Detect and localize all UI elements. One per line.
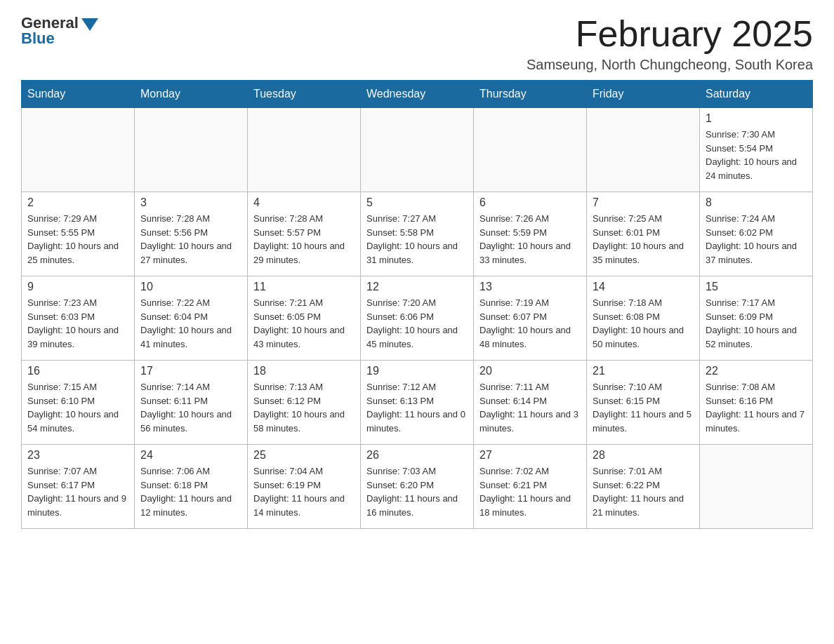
table-row: 8Sunrise: 7:24 AMSunset: 6:02 PMDaylight… [700, 192, 813, 276]
day-number: 15 [706, 281, 807, 293]
day-number: 22 [706, 365, 807, 377]
day-number: 5 [366, 196, 468, 209]
table-row: 7Sunrise: 7:25 AMSunset: 6:01 PMDaylight… [587, 192, 700, 276]
day-number: 6 [479, 196, 581, 209]
day-info: Sunrise: 7:13 AMSunset: 6:12 PMDaylight:… [253, 380, 355, 435]
day-number: 11 [253, 281, 355, 293]
table-row: 26Sunrise: 7:03 AMSunset: 6:20 PMDayligh… [361, 445, 474, 529]
header-wednesday: Wednesday [361, 81, 474, 108]
logo-blue-text: Blue [21, 29, 55, 48]
table-row: 18Sunrise: 7:13 AMSunset: 6:12 PMDayligh… [248, 361, 361, 445]
day-info: Sunrise: 7:21 AMSunset: 6:05 PMDaylight:… [253, 296, 355, 351]
logo: General Blue [21, 14, 98, 48]
day-info: Sunrise: 7:28 AMSunset: 5:56 PMDaylight:… [140, 212, 241, 267]
day-number: 7 [593, 196, 694, 209]
day-number: 14 [593, 281, 694, 293]
day-info: Sunrise: 7:20 AMSunset: 6:06 PMDaylight:… [366, 296, 468, 351]
calendar-week-row: 16Sunrise: 7:15 AMSunset: 6:10 PMDayligh… [22, 361, 813, 445]
logo-arrow-icon [81, 18, 98, 31]
calendar-header-row: Sunday Monday Tuesday Wednesday Thursday… [22, 81, 813, 108]
table-row: 13Sunrise: 7:19 AMSunset: 6:07 PMDayligh… [474, 276, 587, 361]
location-label: Samseung, North Chungcheong, South Korea [527, 57, 813, 73]
table-row [248, 108, 361, 192]
day-info: Sunrise: 7:15 AMSunset: 6:10 PMDaylight:… [27, 380, 128, 435]
table-row: 23Sunrise: 7:07 AMSunset: 6:17 PMDayligh… [22, 445, 135, 529]
day-info: Sunrise: 7:27 AMSunset: 5:58 PMDaylight:… [366, 212, 468, 267]
day-info: Sunrise: 7:10 AMSunset: 6:15 PMDaylight:… [593, 380, 694, 435]
header-friday: Friday [587, 81, 700, 108]
day-info: Sunrise: 7:06 AMSunset: 6:18 PMDaylight:… [140, 464, 241, 519]
table-row: 11Sunrise: 7:21 AMSunset: 6:05 PMDayligh… [248, 276, 361, 361]
day-info: Sunrise: 7:01 AMSunset: 6:22 PMDaylight:… [593, 464, 694, 519]
table-row [474, 108, 587, 192]
day-info: Sunrise: 7:12 AMSunset: 6:13 PMDaylight:… [366, 380, 468, 435]
day-number: 21 [593, 365, 694, 377]
header-sunday: Sunday [22, 81, 135, 108]
table-row: 25Sunrise: 7:04 AMSunset: 6:19 PMDayligh… [248, 445, 361, 529]
table-row: 3Sunrise: 7:28 AMSunset: 5:56 PMDaylight… [135, 192, 248, 276]
table-row [361, 108, 474, 192]
table-row: 2Sunrise: 7:29 AMSunset: 5:55 PMDaylight… [22, 192, 135, 276]
day-number: 18 [253, 365, 355, 377]
header-monday: Monday [135, 81, 248, 108]
day-number: 20 [479, 365, 581, 377]
day-number: 1 [706, 112, 807, 125]
day-info: Sunrise: 7:22 AMSunset: 6:04 PMDaylight:… [140, 296, 241, 351]
day-number: 3 [140, 196, 241, 209]
day-number: 8 [706, 196, 807, 209]
table-row: 19Sunrise: 7:12 AMSunset: 6:13 PMDayligh… [361, 361, 474, 445]
day-number: 28 [593, 449, 694, 462]
table-row: 22Sunrise: 7:08 AMSunset: 6:16 PMDayligh… [700, 361, 813, 445]
table-row: 17Sunrise: 7:14 AMSunset: 6:11 PMDayligh… [135, 361, 248, 445]
day-number: 25 [253, 449, 355, 462]
table-row: 4Sunrise: 7:28 AMSunset: 5:57 PMDaylight… [248, 192, 361, 276]
table-row: 9Sunrise: 7:23 AMSunset: 6:03 PMDaylight… [22, 276, 135, 361]
day-info: Sunrise: 7:23 AMSunset: 6:03 PMDaylight:… [27, 296, 128, 351]
day-number: 9 [27, 281, 128, 293]
calendar-week-row: 9Sunrise: 7:23 AMSunset: 6:03 PMDaylight… [22, 276, 813, 361]
table-row [135, 108, 248, 192]
table-row: 27Sunrise: 7:02 AMSunset: 6:21 PMDayligh… [474, 445, 587, 529]
table-row: 10Sunrise: 7:22 AMSunset: 6:04 PMDayligh… [135, 276, 248, 361]
day-info: Sunrise: 7:11 AMSunset: 6:14 PMDaylight:… [479, 380, 581, 435]
day-info: Sunrise: 7:19 AMSunset: 6:07 PMDaylight:… [479, 296, 581, 351]
table-row: 1Sunrise: 7:30 AMSunset: 5:54 PMDaylight… [700, 108, 813, 192]
day-info: Sunrise: 7:02 AMSunset: 6:21 PMDaylight:… [479, 464, 581, 519]
day-info: Sunrise: 7:24 AMSunset: 6:02 PMDaylight:… [706, 212, 807, 267]
day-info: Sunrise: 7:18 AMSunset: 6:08 PMDaylight:… [593, 296, 694, 351]
day-number: 13 [479, 281, 581, 293]
day-info: Sunrise: 7:30 AMSunset: 5:54 PMDaylight:… [706, 128, 807, 182]
day-number: 19 [366, 365, 468, 377]
table-row: 20Sunrise: 7:11 AMSunset: 6:14 PMDayligh… [474, 361, 587, 445]
day-info: Sunrise: 7:17 AMSunset: 6:09 PMDaylight:… [706, 296, 807, 351]
day-info: Sunrise: 7:25 AMSunset: 6:01 PMDaylight:… [593, 212, 694, 267]
day-info: Sunrise: 7:29 AMSunset: 5:55 PMDaylight:… [27, 212, 128, 267]
day-info: Sunrise: 7:28 AMSunset: 5:57 PMDaylight:… [253, 212, 355, 267]
header-thursday: Thursday [474, 81, 587, 108]
header-saturday: Saturday [700, 81, 813, 108]
day-number: 12 [366, 281, 468, 293]
page-header: General Blue February 2025 Samseung, Nor… [21, 14, 813, 73]
day-number: 17 [140, 365, 241, 377]
day-info: Sunrise: 7:04 AMSunset: 6:19 PMDaylight:… [253, 464, 355, 519]
table-row: 16Sunrise: 7:15 AMSunset: 6:10 PMDayligh… [22, 361, 135, 445]
table-row: 14Sunrise: 7:18 AMSunset: 6:08 PMDayligh… [587, 276, 700, 361]
calendar-week-row: 23Sunrise: 7:07 AMSunset: 6:17 PMDayligh… [22, 445, 813, 529]
day-number: 4 [253, 196, 355, 209]
calendar-week-row: 1Sunrise: 7:30 AMSunset: 5:54 PMDaylight… [22, 108, 813, 192]
day-number: 23 [27, 449, 128, 462]
table-row [700, 445, 813, 529]
day-info: Sunrise: 7:07 AMSunset: 6:17 PMDaylight:… [27, 464, 128, 519]
day-info: Sunrise: 7:26 AMSunset: 5:59 PMDaylight:… [479, 212, 581, 267]
table-row: 5Sunrise: 7:27 AMSunset: 5:58 PMDaylight… [361, 192, 474, 276]
calendar-table: Sunday Monday Tuesday Wednesday Thursday… [21, 80, 813, 529]
day-number: 27 [479, 449, 581, 462]
day-info: Sunrise: 7:14 AMSunset: 6:11 PMDaylight:… [140, 380, 241, 435]
table-row: 21Sunrise: 7:10 AMSunset: 6:15 PMDayligh… [587, 361, 700, 445]
day-number: 16 [27, 365, 128, 377]
day-number: 10 [140, 281, 241, 293]
calendar-week-row: 2Sunrise: 7:29 AMSunset: 5:55 PMDaylight… [22, 192, 813, 276]
day-number: 26 [366, 449, 468, 462]
table-row: 12Sunrise: 7:20 AMSunset: 6:06 PMDayligh… [361, 276, 474, 361]
table-row: 15Sunrise: 7:17 AMSunset: 6:09 PMDayligh… [700, 276, 813, 361]
